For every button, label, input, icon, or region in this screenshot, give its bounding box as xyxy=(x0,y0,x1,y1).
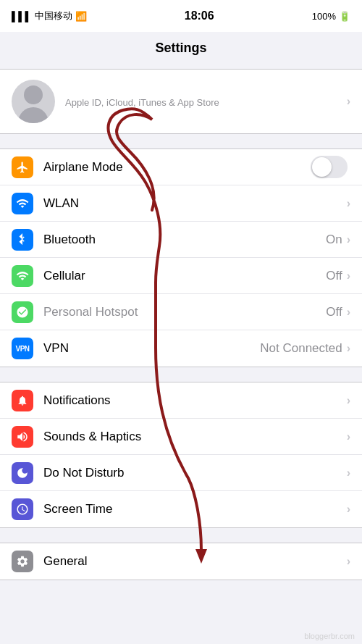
hotspot-row[interactable]: Personal Hotspot Off › xyxy=(0,294,362,330)
vpn-row[interactable]: VPN VPN Not Connected › xyxy=(0,330,362,367)
sounds-label: Sounds & Haptics xyxy=(43,430,347,444)
status-bar: ▌▌▌ 中国移动 📶 18:06 100% 🔋 xyxy=(0,0,362,32)
wlan-label: WLAN xyxy=(43,196,347,211)
vpn-icon: VPN xyxy=(12,338,33,359)
sounds-chevron: › xyxy=(347,430,350,443)
cellular-row[interactable]: Cellular Off › xyxy=(0,258,362,294)
cellular-chevron: › xyxy=(347,269,350,283)
notifications-chevron: › xyxy=(347,394,350,407)
general-icon xyxy=(12,551,33,572)
wlan-chevron: › xyxy=(347,197,350,210)
donotdisturb-icon xyxy=(12,462,33,484)
vpn-label: VPN xyxy=(43,341,260,356)
status-time: 18:06 xyxy=(185,9,214,22)
hotspot-icon xyxy=(12,301,33,323)
hotspot-chevron: › xyxy=(347,306,350,319)
general-chevron: › xyxy=(347,555,350,568)
vpn-value: Not Connected xyxy=(260,341,342,356)
cellular-value: Off xyxy=(326,269,342,283)
page-title: Settings xyxy=(155,41,206,55)
battery-icon: 🔋 xyxy=(339,11,350,22)
profile-chevron: › xyxy=(347,95,350,108)
bluetooth-row[interactable]: Bluetooth On › xyxy=(0,222,362,258)
profile-subtitle: Apple ID, iCloud, iTunes & App Store xyxy=(65,97,347,108)
general-row[interactable]: General › xyxy=(0,543,362,580)
airplane-mode-icon xyxy=(12,156,33,178)
hotspot-label: Personal Hotspot xyxy=(43,305,326,319)
vpn-chevron: › xyxy=(347,342,350,355)
wifi-icon: 📶 xyxy=(75,11,87,22)
wlan-row[interactable]: WLAN › xyxy=(0,185,362,222)
settings-section: Notifications › Sounds & Haptics › Do No… xyxy=(0,382,362,528)
screentime-chevron: › xyxy=(347,503,350,516)
notifications-row[interactable]: Notifications › xyxy=(0,382,362,419)
screentime-row[interactable]: Screen Time › xyxy=(0,491,362,527)
carrier-label: 中国移动 xyxy=(35,9,72,22)
airplane-mode-label: Airplane Mode xyxy=(43,160,311,175)
profile-info: Apple ID, iCloud, iTunes & App Store xyxy=(65,95,347,108)
notifications-label: Notifications xyxy=(43,393,347,408)
bluetooth-icon xyxy=(12,229,33,251)
navigation-bar: Settings xyxy=(0,32,362,62)
cellular-label: Cellular xyxy=(43,269,326,283)
general-label: General xyxy=(43,554,347,569)
screentime-icon xyxy=(12,498,33,520)
donotdisturb-chevron: › xyxy=(347,467,350,480)
hotspot-value: Off xyxy=(326,305,342,319)
bluetooth-value: On xyxy=(326,233,342,247)
airplane-mode-row[interactable]: Airplane Mode xyxy=(0,149,362,185)
cellular-icon xyxy=(12,265,33,287)
general-section: General › xyxy=(0,543,362,580)
bluetooth-chevron: › xyxy=(347,233,350,246)
watermark: bloggerbr.com xyxy=(304,632,355,640)
airplane-mode-toggle[interactable] xyxy=(311,156,348,178)
battery-label: 100% xyxy=(312,11,336,22)
sounds-row[interactable]: Sounds & Haptics › xyxy=(0,419,362,455)
donotdisturb-label: Do Not Disturb xyxy=(43,466,347,480)
screentime-label: Screen Time xyxy=(43,502,347,517)
signal-icon: ▌▌▌ xyxy=(12,11,32,22)
wlan-icon xyxy=(12,193,33,214)
sounds-icon xyxy=(12,426,33,448)
status-left: ▌▌▌ 中国移动 📶 xyxy=(12,9,87,22)
connectivity-section: Airplane Mode WLAN › Bluetooth On xyxy=(0,149,362,367)
notifications-icon xyxy=(12,390,33,411)
donotdisturb-row[interactable]: Do Not Disturb › xyxy=(0,455,362,491)
profile-section: Apple ID, iCloud, iTunes & App Store › xyxy=(0,62,362,141)
bluetooth-label: Bluetooth xyxy=(43,233,326,247)
profile-row[interactable]: Apple ID, iCloud, iTunes & App Store › xyxy=(0,69,362,134)
avatar xyxy=(12,80,55,123)
status-right: 100% 🔋 xyxy=(312,11,350,22)
